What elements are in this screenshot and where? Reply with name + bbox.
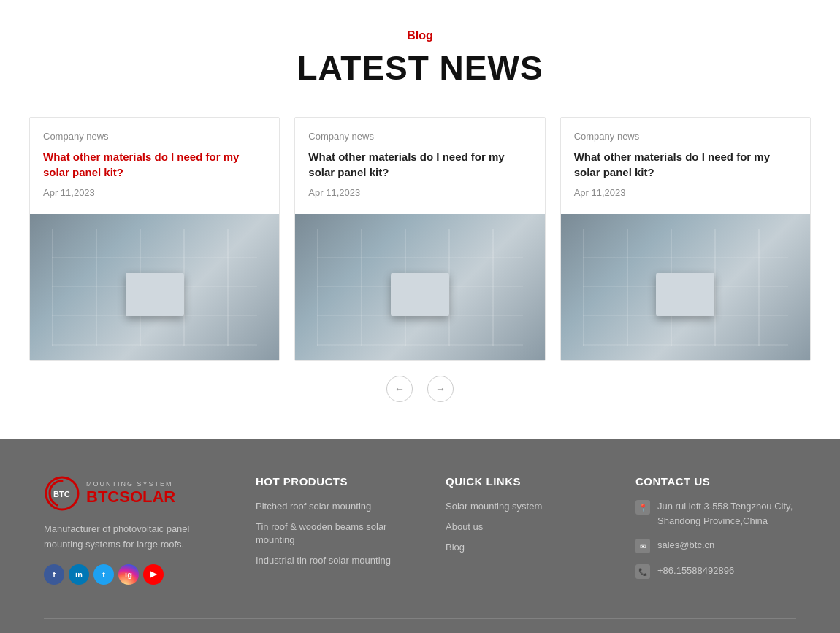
news-date-1: Apr 11,2023: [43, 187, 266, 198]
news-image-1: [30, 214, 279, 360]
hot-product-link-2[interactable]: Tin roof & wooden beams solar mounting: [256, 521, 386, 545]
footer-hot-products: HOT PRODUCTS Pitched roof solar mounting…: [256, 475, 416, 589]
quick-link-1[interactable]: Solar mounting system: [446, 499, 606, 512]
contact-phone-item: 📞 +86.15588492896: [635, 564, 796, 579]
news-card-1[interactable]: Company news What other materials do I n…: [29, 117, 280, 361]
news-category-3: Company news: [574, 131, 797, 142]
hot-products-title: HOT PRODUCTS: [256, 475, 416, 488]
quick-links-list: Solar mounting system About us Blog: [446, 499, 606, 553]
quick-link-link-1[interactable]: Solar mounting system: [446, 501, 542, 512]
hot-product-2[interactable]: Tin roof & wooden beams solar mounting: [256, 520, 416, 546]
news-date-2: Apr 11,2023: [308, 187, 531, 198]
news-image-3: [561, 214, 810, 360]
nav-arrows: ← →: [29, 361, 811, 424]
logo-brand-red: SOLAR: [119, 488, 175, 506]
youtube-icon[interactable]: ▶: [143, 564, 164, 585]
quick-link-link-2[interactable]: About us: [446, 521, 483, 532]
svg-text:BTC: BTC: [53, 490, 70, 499]
blog-label: Blog: [15, 29, 825, 42]
footer-divider: [44, 618, 796, 619]
next-button[interactable]: →: [427, 376, 454, 402]
quick-links-title: QUICK LINKS: [446, 475, 606, 488]
contact-email: sales@btc.cn: [657, 538, 714, 553]
news-category-1: Company news: [43, 131, 266, 142]
logo-icon: BTC: [44, 475, 80, 512]
news-title-1: What other materials do I need for my so…: [43, 149, 266, 180]
hot-product-1[interactable]: Pitched roof solar mounting: [256, 499, 416, 512]
logo-brand: BTCSOLAR: [86, 488, 175, 507]
news-title-3: What other materials do I need for my so…: [574, 149, 797, 180]
footer-logo-area: BTC MOUNTING SYSTEM BTCSOLAR Manufacture…: [44, 475, 226, 589]
hot-product-3[interactable]: Industrial tin roof solar mounting: [256, 553, 416, 566]
prev-icon: ←: [394, 383, 405, 395]
header-section: Blog LATEST NEWS: [0, 0, 840, 110]
news-image-2: [295, 214, 544, 360]
news-section: Company news What other materials do I n…: [0, 110, 840, 439]
logo-brand-white: BTC: [86, 488, 119, 506]
footer-description: Manufacturer of photovoltaic panel mount…: [44, 522, 226, 553]
logo-mounting-text: MOUNTING SYSTEM: [86, 480, 175, 488]
page-title: LATEST NEWS: [15, 48, 825, 88]
quick-link-link-3[interactable]: Blog: [446, 542, 465, 553]
news-card-2[interactable]: Company news What other materials do I n…: [294, 117, 545, 361]
email-icon: ✉: [635, 539, 650, 553]
news-title-2: What other materials do I need for my so…: [308, 149, 531, 180]
twitter-icon[interactable]: t: [93, 564, 114, 585]
next-icon: →: [435, 383, 446, 395]
prev-button[interactable]: ←: [386, 376, 413, 402]
footer-contact: CONTACT US 📍 Jun rui loft 3-558 Tengzhou…: [635, 475, 796, 589]
contact-address-item: 📍 Jun rui loft 3-558 Tengzhou City, Shan…: [635, 499, 796, 528]
news-grid: Company news What other materials do I n…: [29, 117, 811, 361]
phone-icon: 📞: [635, 564, 650, 579]
social-icons: f in t ig ▶: [44, 564, 226, 585]
contact-address: Jun rui loft 3-558 Tengzhou City, Shando…: [657, 499, 796, 528]
quick-link-3[interactable]: Blog: [446, 540, 606, 553]
hot-product-link-3[interactable]: Industrial tin roof solar mounting: [256, 555, 391, 566]
hot-product-link-1[interactable]: Pitched roof solar mounting: [256, 501, 371, 512]
logo-text-area: MOUNTING SYSTEM BTCSOLAR: [86, 480, 175, 507]
contact-title: CONTACT US: [635, 475, 796, 488]
instagram-icon[interactable]: ig: [118, 564, 139, 585]
footer-quick-links: QUICK LINKS Solar mounting system About …: [446, 475, 606, 589]
linkedin-icon[interactable]: in: [69, 564, 89, 585]
logo-container: BTC MOUNTING SYSTEM BTCSOLAR: [44, 475, 226, 512]
contact-phone: +86.15588492896: [657, 564, 734, 578]
contact-email-item: ✉ sales@btc.cn: [635, 538, 796, 553]
facebook-icon[interactable]: f: [44, 564, 64, 585]
location-icon: 📍: [635, 500, 650, 515]
footer-grid: BTC MOUNTING SYSTEM BTCSOLAR Manufacture…: [44, 475, 796, 589]
quick-link-2[interactable]: About us: [446, 520, 606, 533]
news-category-2: Company news: [308, 131, 531, 142]
news-date-3: Apr 11,2023: [574, 187, 797, 198]
news-card-3[interactable]: Company news What other materials do I n…: [560, 117, 811, 361]
hot-products-links: Pitched roof solar mounting Tin roof & w…: [256, 499, 416, 566]
footer: BTC MOUNTING SYSTEM BTCSOLAR Manufacture…: [0, 439, 840, 633]
